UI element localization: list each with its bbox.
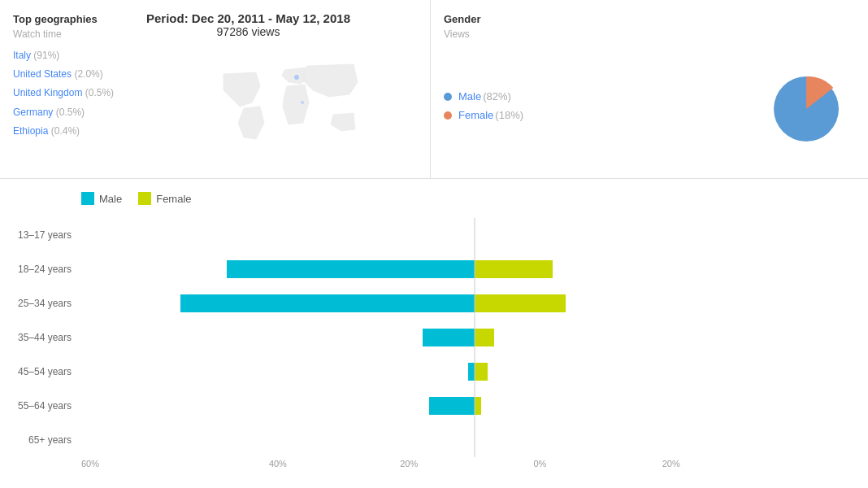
- female-bar: [475, 260, 553, 278]
- bars-area: [81, 389, 868, 423]
- male-bar: [227, 260, 475, 278]
- age-label: 55–64 years: [0, 400, 81, 412]
- male-label: Male: [458, 90, 481, 102]
- female-bar: [475, 363, 488, 381]
- age-label: 18–24 years: [0, 264, 81, 275]
- age-label: 13–17 years: [0, 229, 81, 241]
- x-label: 40%: [212, 459, 343, 468]
- gender-subtitle: Views: [444, 28, 855, 40]
- male-bar: [180, 294, 475, 312]
- gender-pie-chart: [757, 64, 855, 154]
- list-item: Germany (0.5%): [13, 105, 176, 120]
- list-item: Ethiopia (0.4%): [13, 124, 176, 139]
- center-line: [475, 389, 475, 423]
- gender-title: Gender: [444, 13, 855, 25]
- table-row: 65+ years: [0, 423, 868, 457]
- male-pct: (82%): [483, 90, 511, 102]
- table-row: 45–54 years: [0, 355, 868, 389]
- table-row: 18–24 years: [0, 252, 868, 286]
- gender-legend: Male (82%) Female (18%): [444, 90, 757, 128]
- female-bar: [475, 294, 566, 312]
- table-row: 25–34 years: [0, 286, 868, 320]
- bars-area: [81, 218, 868, 252]
- views-count: 97286 views: [146, 25, 350, 38]
- bar-chart-section: Male Female 13–17 years 18–24 years: [0, 179, 868, 488]
- table-row: 13–17 years: [0, 218, 868, 252]
- age-label: 35–44 years: [0, 332, 81, 343]
- age-bar-chart: 13–17 years 18–24 years 25–34 years: [0, 218, 868, 478]
- bars-area: [81, 252, 868, 286]
- x-label: 0%: [475, 459, 605, 468]
- center-line: [475, 218, 475, 252]
- center-line: [475, 355, 475, 389]
- legend-male: Male (82%): [444, 90, 757, 102]
- male-bar-label: Male: [99, 193, 122, 205]
- x-label: 20%: [605, 459, 736, 468]
- male-dot: [444, 93, 452, 101]
- table-row: 35–44 years: [0, 320, 868, 355]
- female-label: Female: [458, 109, 493, 121]
- list-item: United Kingdom (0.5%): [13, 85, 176, 101]
- x-axis: 60% 40% 20% 0% 20%: [81, 457, 868, 468]
- list-item: Italy (91%): [13, 48, 176, 63]
- world-map: [176, 48, 417, 165]
- age-label: 45–54 years: [0, 366, 81, 377]
- list-item: United States (2.0%): [13, 67, 176, 82]
- bars-area: [81, 423, 868, 457]
- age-label: 25–34 years: [0, 298, 81, 309]
- bars-area: [81, 286, 868, 320]
- period-text: Period: Dec 20, 2011 - May 12, 2018: [146, 11, 350, 25]
- female-bar: [475, 397, 481, 415]
- table-row: 55–64 years: [0, 389, 868, 423]
- age-label: 65+ years: [0, 434, 81, 446]
- female-dot: [444, 111, 452, 120]
- legend-female: Female (18%): [444, 109, 757, 121]
- x-label: 20%: [344, 459, 475, 468]
- female-pct: (18%): [495, 109, 523, 121]
- center-line: [475, 320, 475, 355]
- bars-area: [81, 320, 868, 355]
- svg-point-1: [301, 101, 304, 104]
- female-bar: [475, 329, 494, 346]
- legend-male-bar: Male: [81, 192, 122, 205]
- female-bar-color: [138, 192, 151, 205]
- x-label: 60%: [81, 459, 212, 468]
- male-bar: [429, 397, 475, 415]
- center-line: [475, 252, 475, 286]
- chart-legend: Male Female: [81, 192, 868, 205]
- center-line: [475, 286, 475, 320]
- male-bar: [423, 329, 475, 346]
- bars-area: [81, 355, 868, 389]
- female-bar-label: Female: [156, 193, 191, 205]
- male-bar-color: [81, 192, 94, 205]
- legend-female-bar: Female: [138, 192, 191, 205]
- geo-list: Italy (91%) United States (2.0%) United …: [13, 48, 176, 165]
- center-line: [475, 423, 475, 457]
- svg-point-0: [294, 75, 299, 80]
